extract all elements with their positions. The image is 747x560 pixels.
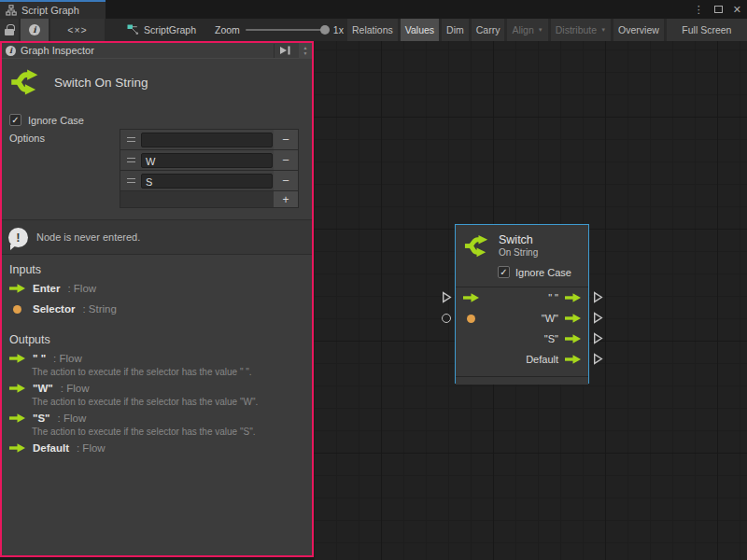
node-output-label: "S" [544, 333, 558, 344]
options-label: Options [9, 133, 45, 144]
graph-canvas[interactable]: Switch On String ✓ Ignore Case [314, 41, 747, 560]
checkbox-checked-icon[interactable]: ✓ [498, 266, 510, 278]
drag-handle[interactable] [120, 130, 141, 149]
lock-button[interactable] [0, 19, 19, 41]
graph-reference[interactable]: ScriptGraph [127, 19, 196, 41]
scroll-down-icon[interactable]: ▼ [303, 51, 308, 56]
align-button[interactable]: Align ▼ [507, 19, 547, 41]
option-row: W − [120, 150, 298, 171]
title-bar: Script Graph ⋮ ✕ [0, 0, 747, 19]
outputs-section-header: Outputs [9, 333, 50, 346]
distribute-label: Distribute [556, 24, 597, 35]
node-port-row: "S" [456, 329, 588, 349]
maximize-icon[interactable] [714, 6, 723, 13]
value-input-port-icon[interactable] [467, 315, 475, 323]
port-name: " " [33, 353, 46, 364]
drag-handle[interactable] [120, 150, 141, 170]
option-row: S − [120, 171, 298, 191]
full-screen-button[interactable]: Full Screen [667, 19, 747, 41]
window-menu-icon[interactable]: ⋮ [694, 0, 704, 19]
flow-output-port-icon[interactable] [565, 293, 581, 302]
zoom-control: Zoom 1x [215, 19, 344, 41]
values-button[interactable]: Values [401, 19, 439, 41]
ignore-case-checkbox[interactable]: ✓ Ignore Case [9, 114, 84, 126]
dim-button[interactable]: Dim [442, 19, 469, 41]
node-output-label: " " [548, 292, 558, 303]
scroll-up-icon[interactable]: ▲ [303, 46, 308, 50]
overview-label: Overview [618, 24, 659, 35]
relations-button[interactable]: Relations [347, 19, 398, 41]
graph-name-label: ScriptGraph [144, 24, 196, 35]
add-option-button[interactable]: + [274, 191, 298, 207]
inputs-section-header: Inputs [9, 263, 41, 276]
external-flow-output-port[interactable] [593, 291, 603, 303]
values-label: Values [405, 24, 434, 35]
scroll-spinner[interactable]: ▲ ▼ [299, 43, 312, 59]
port-name: Enter [33, 283, 60, 294]
external-flow-output-port[interactable] [593, 332, 603, 344]
port-name: Selector [33, 303, 75, 315]
port-description: The action to execute if the selector ha… [32, 427, 307, 437]
node-port-row: "W" [456, 308, 588, 329]
carry-label: Carry [476, 24, 500, 35]
node-ignore-case-label: Ignore Case [515, 267, 571, 278]
node-ignore-case-checkbox[interactable]: ✓ Ignore Case [498, 266, 571, 278]
checkbox-checked-icon[interactable]: ✓ [9, 114, 21, 126]
tab-script-graph[interactable]: Script Graph [0, 0, 106, 19]
external-flow-input-port[interactable] [442, 291, 452, 303]
option-value-field[interactable]: S [141, 174, 273, 189]
port-description: The action to execute if the selector ha… [32, 367, 307, 377]
switch-icon [463, 231, 492, 260]
node-header[interactable]: Switch On String ✓ Ignore Case [456, 225, 588, 287]
node-port-row: " " [456, 287, 588, 308]
inspector-toggle-button[interactable]: i [21, 19, 49, 41]
external-flow-output-port[interactable] [593, 312, 603, 324]
port-description: The action to execute if the selector ha… [32, 397, 307, 407]
close-icon[interactable]: ✕ [733, 0, 741, 19]
remove-option-button[interactable]: − [274, 130, 298, 149]
port-type: : Flow [77, 442, 106, 454]
chevron-down-icon: ▼ [538, 27, 543, 33]
external-flow-output-port[interactable] [593, 353, 603, 365]
port-name: "S" [33, 413, 50, 424]
flow-output-port-icon[interactable] [565, 314, 581, 323]
dock-button[interactable] [274, 44, 294, 58]
distribute-button[interactable]: Distribute ▼ [551, 19, 611, 41]
output-port-row: "S" : Flow [9, 413, 86, 424]
code-view-button[interactable]: <×> [50, 19, 105, 41]
hierarchy-icon [6, 5, 17, 16]
switch-on-string-node[interactable]: Switch On String ✓ Ignore Case [455, 224, 589, 384]
graph-inspector-title: Graph Inspector [21, 45, 269, 56]
zoom-slider-handle[interactable] [320, 25, 330, 35]
flow-output-port-icon[interactable] [565, 334, 581, 343]
chevron-down-icon: ▼ [600, 27, 606, 33]
drag-handle[interactable] [120, 171, 141, 190]
graph-inspector-panel: i Graph Inspector ▲ ▼ Switch On St [0, 41, 314, 557]
option-value-field[interactable] [141, 133, 273, 147]
option-value-field[interactable]: W [141, 153, 273, 168]
remove-option-button[interactable]: − [274, 150, 298, 170]
zoom-slider[interactable] [246, 29, 328, 31]
overview-button[interactable]: Overview [613, 19, 664, 41]
flow-output-port-icon[interactable] [565, 355, 581, 364]
flow-port-icon [9, 284, 25, 293]
ignore-case-label: Ignore Case [28, 115, 84, 126]
input-port-row: Selector : String [9, 303, 117, 315]
warning-message: ! Node is never entered. [2, 219, 312, 255]
remove-option-button[interactable]: − [274, 171, 298, 190]
zoom-label: Zoom [215, 24, 240, 35]
align-label: Align [512, 24, 533, 35]
node-subtitle: On String [499, 247, 538, 258]
port-name: "W" [33, 383, 53, 394]
carry-button[interactable]: Carry [472, 19, 505, 41]
flow-input-port-icon[interactable] [463, 293, 479, 302]
info-icon: i [6, 46, 16, 56]
info-icon: i [29, 24, 40, 35]
switch-icon [9, 65, 43, 99]
toolbar-left-group: i <×> [0, 19, 105, 41]
drag-handle-icon [127, 137, 135, 142]
script-graph-icon [127, 24, 139, 36]
external-value-input-port[interactable] [442, 314, 451, 323]
dim-label: Dim [446, 24, 464, 35]
inspector-node-title-block: Switch On String [2, 59, 312, 105]
